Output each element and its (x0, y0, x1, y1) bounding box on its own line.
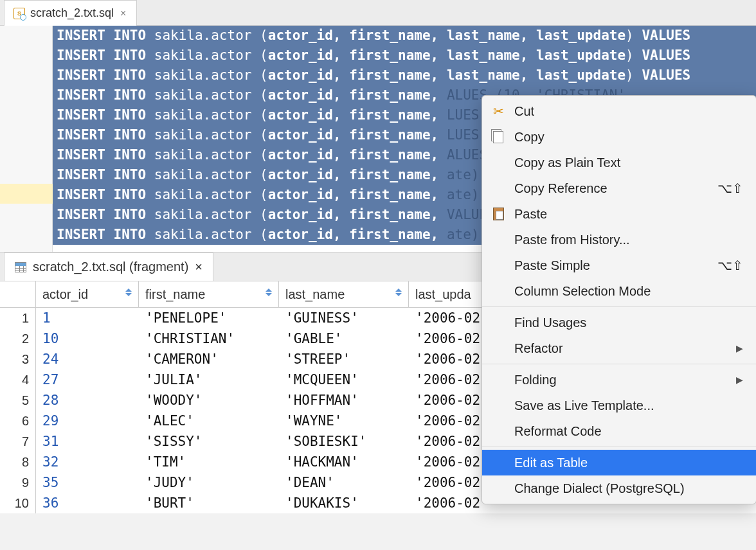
close-icon[interactable]: × (119, 8, 127, 19)
cut-icon: ✂ (491, 104, 505, 118)
cell-actor-id[interactable]: 29 (36, 411, 139, 431)
cell-last-name[interactable]: 'HACKMAN' (279, 452, 409, 472)
cell-last-name[interactable]: 'SOBIESKI' (279, 431, 409, 452)
cell-last-name[interactable]: 'MCQUEEN' (279, 369, 409, 390)
menu-refactor[interactable]: Refactor ▶ (482, 335, 756, 361)
row-number: 5 (0, 390, 36, 411)
cell-first-name[interactable]: 'ALEC' (139, 411, 279, 431)
menu-edit-as-table[interactable]: Edit as Table (482, 450, 756, 475)
menu-reformat-code[interactable]: Reformat Code (482, 418, 756, 444)
cell-first-name[interactable]: 'BURT' (139, 493, 279, 513)
menu-change-dialect[interactable]: Change Dialect (PostgreSQL) (482, 475, 756, 501)
menu-paste-history[interactable]: Paste from History... (482, 227, 756, 253)
cell-actor-id[interactable]: 27 (36, 369, 139, 390)
tab-label: scratch_2.txt.sql (30, 6, 114, 20)
row-number: 1 (0, 308, 36, 328)
row-number: 2 (0, 328, 36, 349)
cell-first-name[interactable]: 'SISSY' (139, 431, 279, 452)
table-icon (15, 262, 26, 272)
cell-last-name[interactable]: 'DUKAKIS' (279, 493, 409, 513)
paste-icon (491, 207, 505, 221)
cell-actor-id[interactable]: 35 (36, 472, 139, 493)
code-line: INSERT INTO sakila.actor (actor_id, firs… (53, 26, 756, 46)
editor-context-menu: ✂ Cut Copy Copy as Plain Text Copy Refer… (482, 95, 756, 504)
column-header-last-name[interactable]: last_name (279, 281, 409, 307)
cell-first-name[interactable]: 'TIM' (139, 452, 279, 472)
row-number: 6 (0, 411, 36, 431)
menu-folding[interactable]: Folding ▶ (482, 367, 756, 393)
shortcut-label: ⌥⇧ (717, 258, 743, 273)
tab-scratch-sql[interactable]: S scratch_2.txt.sql × (4, 0, 137, 26)
tab-fragment[interactable]: scratch_2.txt.sql (fragment) × (4, 253, 213, 281)
chevron-right-icon: ▶ (736, 375, 743, 385)
cell-first-name[interactable]: 'WOODY' (139, 390, 279, 411)
cell-last-name[interactable]: 'GABLE' (279, 328, 409, 349)
cell-first-name[interactable]: 'PENELOPE' (139, 308, 279, 328)
menu-find-usages[interactable]: Find Usages (482, 310, 756, 335)
cell-last-name[interactable]: 'GUINESS' (279, 308, 409, 328)
row-number: 10 (0, 493, 36, 513)
cell-last-name[interactable]: 'HOFFMAN' (279, 390, 409, 411)
cell-last-name[interactable]: 'STREEP' (279, 349, 409, 369)
table-corner (0, 281, 36, 307)
row-number: 9 (0, 472, 36, 493)
cell-first-name[interactable]: 'JUDY' (139, 472, 279, 493)
cell-actor-id[interactable]: 24 (36, 349, 139, 369)
cell-actor-id[interactable]: 32 (36, 452, 139, 472)
cell-actor-id[interactable]: 1 (36, 308, 139, 328)
menu-copy-plain-text[interactable]: Copy as Plain Text (482, 150, 756, 175)
menu-column-selection-mode[interactable]: Column Selection Mode (482, 278, 756, 304)
column-header-first-name[interactable]: first_name (139, 281, 279, 307)
sql-file-icon: S (14, 8, 25, 19)
menu-copy[interactable]: Copy (482, 124, 756, 150)
cell-first-name[interactable]: 'CAMERON' (139, 349, 279, 369)
editor-tab-bar: S scratch_2.txt.sql × (0, 0, 756, 26)
menu-separator (482, 364, 756, 364)
cell-first-name[interactable]: 'JULIA' (139, 369, 279, 390)
code-line: INSERT INTO sakila.actor (actor_id, firs… (53, 46, 756, 66)
menu-separator (482, 447, 756, 447)
cell-last-name[interactable]: 'DEAN' (279, 472, 409, 493)
cell-actor-id[interactable]: 36 (36, 493, 139, 513)
close-icon[interactable]: × (195, 260, 203, 274)
editor-gutter (0, 26, 53, 252)
menu-copy-reference[interactable]: Copy Reference ⌥⇧ (482, 175, 756, 201)
cell-actor-id[interactable]: 31 (36, 431, 139, 452)
tab-label: scratch_2.txt.sql (fragment) (33, 260, 188, 274)
menu-save-live-template[interactable]: Save as Live Template... (482, 393, 756, 418)
current-line-indicator (0, 184, 53, 204)
cell-actor-id[interactable]: 10 (36, 328, 139, 349)
row-number: 3 (0, 349, 36, 369)
column-header-actor-id[interactable]: actor_id (36, 281, 139, 307)
menu-paste[interactable]: Paste (482, 201, 756, 227)
row-number: 4 (0, 369, 36, 390)
cell-actor-id[interactable]: 28 (36, 390, 139, 411)
chevron-right-icon: ▶ (736, 343, 743, 353)
copy-icon (491, 130, 505, 144)
cell-last-name[interactable]: 'WAYNE' (279, 411, 409, 431)
menu-separator (482, 306, 756, 307)
shortcut-label: ⌥⇧ (717, 181, 743, 196)
row-number: 8 (0, 452, 36, 472)
code-line: INSERT INTO sakila.actor (actor_id, firs… (53, 66, 756, 85)
cell-first-name[interactable]: 'CHRISTIAN' (139, 328, 279, 349)
row-number: 7 (0, 431, 36, 452)
menu-paste-simple[interactable]: Paste Simple ⌥⇧ (482, 253, 756, 278)
menu-cut[interactable]: ✂ Cut (482, 98, 756, 124)
